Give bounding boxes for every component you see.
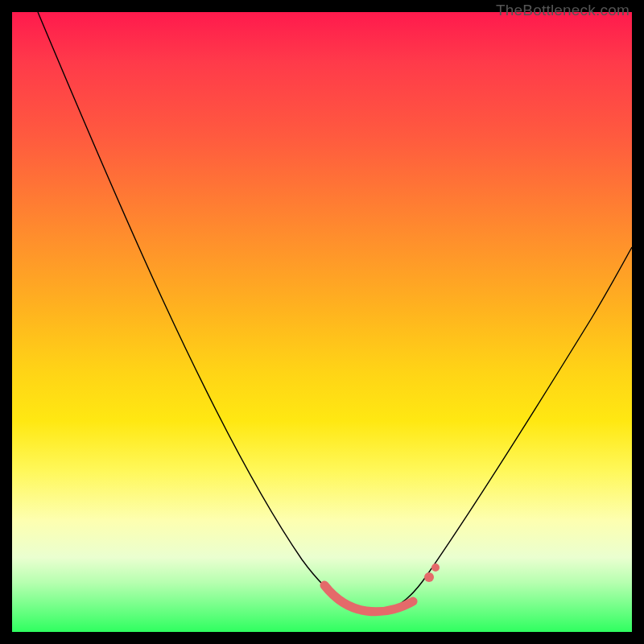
- response-curve: [38, 12, 632, 611]
- optimal-marker-2: [431, 564, 440, 572]
- chart-frame: TheBottleneck.com: [0, 0, 644, 644]
- plot-area: [12, 12, 632, 632]
- curve-layer: [12, 12, 632, 632]
- watermark-text: TheBottleneck.com: [496, 2, 630, 19]
- optimal-band: [324, 585, 413, 612]
- optimal-marker: [424, 572, 434, 582]
